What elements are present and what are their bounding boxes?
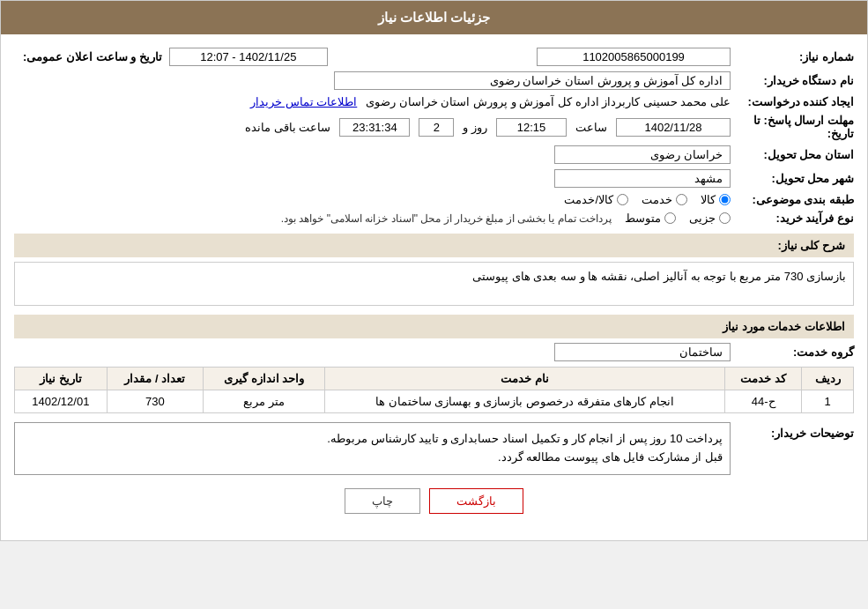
saat-field: 12:15 — [496, 118, 567, 137]
cell-tedad: 730 — [107, 390, 203, 413]
baghimande-label: ساعت باقی مانده — [245, 121, 330, 134]
nam-dastgah-value: اداره کل آموزش و پرورش استان خراسان رضوی — [14, 71, 731, 90]
etelaaat-tamas-link[interactable]: اطلاعات تماس خریدار — [250, 95, 357, 108]
sharh-value: بازسازی 730 متر مربع با توجه به آنالیز ا… — [472, 270, 846, 283]
ijad-konande-field: علی محمد حسینی کاربرداز اداره کل آموزش و… — [366, 95, 731, 108]
row-noe-farayand: نوع فرآیند خرید: جزیی متوسط پرداخت تمام … — [14, 212, 854, 225]
roz-label: روز و — [463, 121, 487, 134]
mohlat-value: 1402/11/28 ساعت 12:15 روز و 2 23:31:34 س… — [14, 118, 731, 137]
group-khadamat-value: ساختمان — [14, 343, 731, 361]
mohlat-label: مهلت ارسال پاسخ: تا تاریخ: — [731, 114, 854, 140]
tarikh-row: 1402/11/25 - 12:07 تاریخ و ساعت اعلان عم… — [23, 48, 328, 66]
back-button[interactable]: بازگشت — [429, 488, 523, 514]
main-content: شماره نیاز: 1102005865000199 1402/11/25 … — [1, 34, 867, 540]
radio-jozei-label: جزیی — [689, 212, 716, 225]
row-mohlat: مهلت ارسال پاسخ: تا تاریخ: 1402/11/28 سا… — [14, 114, 854, 140]
sharh-section-label: شرح کلی نیاز: — [14, 234, 854, 257]
radio-khadamat-item: خدمت — [642, 193, 687, 206]
group-khadamat-field: ساختمان — [554, 343, 731, 361]
shahr-label: شهر محل تحویل: — [731, 172, 854, 185]
radio-jozei-input[interactable] — [719, 212, 731, 224]
sharh-box-wrapper: بازسازی 730 متر مربع با توجه به آنالیز ا… — [14, 262, 854, 306]
cell-radif: 1 — [802, 390, 854, 413]
print-button[interactable]: چاپ — [345, 488, 420, 514]
col-kod: کد خدمت — [724, 368, 801, 390]
khadamat-section-label: اطلاعات خدمات مورد نیاز — [14, 315, 854, 338]
shahr-value: مشهد — [14, 169, 731, 188]
cell-kod: ح-44 — [724, 390, 801, 413]
header-title: جزئیات اطلاعات نیاز — [378, 10, 490, 25]
radio-kala-label: کالا — [701, 193, 716, 206]
row-tazih: توضیحات خریدار: پرداخت 10 روز پس از انجا… — [14, 422, 854, 475]
radio-kala-input[interactable] — [719, 194, 731, 205]
nam-dastgah-field: اداره کل آموزش و پرورش استان خراسان رضوی — [334, 71, 731, 90]
noe-farayand-label: نوع فرآیند خرید: — [731, 212, 854, 225]
services-table-head: ردیف کد خدمت نام خدمت واحد اندازه گیری ت… — [15, 368, 854, 390]
group-khadamat-label: گروه خدمت: — [731, 345, 854, 359]
radio-kala-khadamat-label: کالا/خدمت — [564, 193, 613, 206]
table-row: 1 ح-44 انجام کارهای متفرقه درخصوص بازساز… — [15, 390, 854, 413]
noe-farayand-value: جزیی متوسط پرداخت تمام یا بخشی از مبلغ خ… — [14, 212, 731, 225]
col-nam: نام خدمت — [325, 368, 725, 390]
ijad-konande-value: علی محمد حسینی کاربرداز اداره کل آموزش و… — [14, 95, 731, 108]
saat-label: ساعت — [575, 121, 607, 134]
tabaqe-value: کالا خدمت کالا/خدمت — [14, 193, 731, 206]
radio-kala-khadamat-input[interactable] — [617, 194, 628, 205]
row-group-khadamat: گروه خدمت: ساختمان — [14, 343, 854, 361]
nam-dastgah-label: نام دستگاه خریدار: — [731, 74, 854, 87]
services-table-body: 1 ح-44 انجام کارهای متفرقه درخصوص بازساز… — [15, 390, 854, 413]
shomare-niaz-value: 1102005865000199 — [328, 48, 731, 66]
time-row: 1402/11/28 ساعت 12:15 روز و 2 23:31:34 س… — [14, 118, 731, 137]
ostan-field: خراسان رضوی — [554, 145, 731, 164]
radio-mottavaset-item: متوسط — [625, 212, 676, 225]
tazih-value: پرداخت 10 روز پس از انجام کار و تکمیل اس… — [14, 422, 731, 475]
tazih-text: پرداخت 10 روز پس از انجام کار و تکمیل اس… — [327, 432, 723, 464]
col-radif: ردیف — [802, 368, 854, 390]
radio-mottavaset-input[interactable] — [664, 212, 676, 224]
row-nam-dastgah: نام دستگاه خریدار: اداره کل آموزش و پرور… — [14, 71, 854, 90]
tarikh-label: تاریخ و ساعت اعلان عمومی: — [23, 50, 162, 63]
row-ijad-konande: ایجاد کننده درخواست: علی محمد حسینی کارب… — [14, 95, 854, 108]
radio-jozei-item: جزیی — [689, 212, 731, 225]
row-tabaqe: طبقه بندی موضوعی: کالا خدمت کالا/خدمت — [14, 193, 854, 206]
shomare-niaz-field: 1102005865000199 — [537, 48, 731, 66]
farayand-row: جزیی متوسط پرداخت تمام یا بخشی از مبلغ خ… — [14, 212, 731, 225]
row-ostan: استان محل تحویل: خراسان رضوی — [14, 145, 854, 164]
shomare-niaz-label: شماره نیاز: — [731, 50, 854, 63]
col-tarikh: تاریخ نیاز — [15, 368, 108, 390]
page-wrapper: جزئیات اطلاعات نیاز شماره نیاز: 11020058… — [0, 0, 868, 541]
ostan-label: استان محل تحویل: — [731, 148, 854, 161]
roz-field: 2 — [419, 118, 454, 137]
ostan-value: خراسان رضوی — [14, 145, 731, 164]
date-field: 1402/11/28 — [616, 118, 731, 137]
tazih-label: توضیحات خریدار: — [731, 422, 854, 440]
tarikh-value: 1402/11/25 - 12:07 — [169, 48, 328, 66]
cell-nam: انجام کارهای متفرقه درخصوص بازسازی و بهس… — [325, 390, 725, 413]
services-table: ردیف کد خدمت نام خدمت واحد اندازه گیری ت… — [14, 367, 854, 413]
row-shomare-tarikh: شماره نیاز: 1102005865000199 1402/11/25 … — [14, 48, 854, 66]
sharh-label: شرح کلی نیاز: — [777, 239, 845, 252]
radio-kala-khadamat-item: کالا/خدمت — [564, 193, 628, 206]
buttons-row: بازگشت چاپ — [14, 488, 854, 514]
ijad-konande-label: ایجاد کننده درخواست: — [731, 95, 854, 108]
khadamat-title: اطلاعات خدمات مورد نیاز — [723, 320, 845, 333]
tazih-field: پرداخت 10 روز پس از انجام کار و تکمیل اس… — [14, 422, 731, 475]
tabaqe-label: طبقه بندی موضوعی: — [731, 193, 854, 206]
page-header: جزئیات اطلاعات نیاز — [1, 1, 867, 34]
farayand-note: پرداخت تمام یا بخشی از مبلغ خریدار از مح… — [281, 212, 612, 225]
cell-tarikh: 1402/12/01 — [15, 390, 108, 413]
countdown-field: 23:31:34 — [339, 118, 410, 137]
services-table-header-row: ردیف کد خدمت نام خدمت واحد اندازه گیری ت… — [15, 368, 854, 390]
row-shahr: شهر محل تحویل: مشهد — [14, 169, 854, 188]
shahr-field: مشهد — [554, 169, 731, 188]
sharh-box: بازسازی 730 متر مربع با توجه به آنالیز ا… — [14, 262, 854, 306]
radio-khadamat-input[interactable] — [676, 194, 687, 205]
radio-khadamat-label: خدمت — [642, 193, 672, 206]
cell-vahed: متر مربع — [204, 390, 325, 413]
col-vahed: واحد اندازه گیری — [204, 368, 325, 390]
radio-kala-item: کالا — [701, 193, 731, 206]
radio-mottavaset-label: متوسط — [625, 212, 661, 225]
col-tedad: تعداد / مقدار — [107, 368, 203, 390]
